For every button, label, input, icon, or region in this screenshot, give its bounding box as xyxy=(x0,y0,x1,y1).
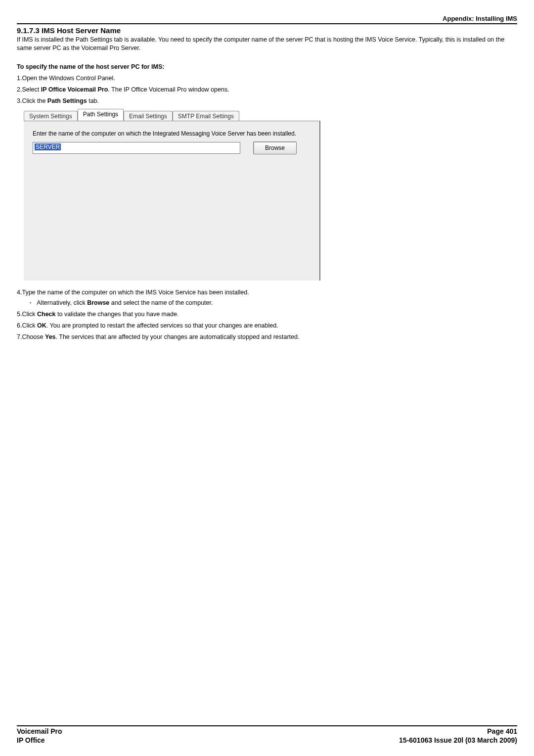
step-number: 5. xyxy=(17,311,22,318)
step-strong: IP Office Voicemail Pro xyxy=(41,86,108,93)
server-name-input[interactable]: SERVER xyxy=(33,142,240,154)
footer-rule xyxy=(17,725,517,726)
procedure-steps: 1.Open the Windows Control Panel. 2.Sele… xyxy=(17,74,517,105)
step-text: Click xyxy=(22,311,37,318)
step-text: to validate the changes that you have ma… xyxy=(56,311,179,318)
tab-label: Path Settings xyxy=(83,111,118,118)
tab-label: System Settings xyxy=(29,113,72,120)
step-number: 7. xyxy=(17,333,22,340)
step-6: 6.Click OK. You are prompted to restart … xyxy=(17,322,517,330)
browse-button-label: Browse xyxy=(265,144,285,151)
step-1: 1.Open the Windows Control Panel. xyxy=(17,74,517,83)
footer-product: Voicemail Pro xyxy=(17,727,62,735)
tab-system-settings[interactable]: System Settings xyxy=(24,111,78,122)
page-footer: Voicemail Pro Page 401 IP Office 15-6010… xyxy=(17,725,517,744)
step-2: 2.Select IP Office Voicemail Pro. The IP… xyxy=(17,86,517,94)
step-4-subbullet: Alternatively, click Browse and select t… xyxy=(30,299,517,307)
footer-issue: 15-601063 Issue 20l (03 March 2009) xyxy=(399,736,517,744)
tab-label: SMTP Email Settings xyxy=(178,113,234,120)
footer-row-1: Voicemail Pro Page 401 xyxy=(17,727,517,735)
step-number: 2. xyxy=(17,86,22,93)
dialog-screenshot: System Settings Path Settings Email Sett… xyxy=(24,108,517,281)
footer-page: Page 401 xyxy=(487,727,517,735)
step-text: . The IP Office Voicemail Pro window ope… xyxy=(108,86,229,93)
panel-description: Enter the name of the computer on which … xyxy=(33,130,311,138)
tab-email-settings[interactable]: Email Settings xyxy=(124,111,173,122)
appendix-label: Appendix: Installing IMS xyxy=(17,15,517,23)
step-text: tab. xyxy=(87,97,99,104)
step-text: Click xyxy=(22,322,37,329)
step-text: Open the Windows Control Panel. xyxy=(22,75,115,82)
header-rule xyxy=(17,23,517,24)
step-text: Type the name of the computer on which t… xyxy=(22,289,249,296)
page-header: Appendix: Installing IMS xyxy=(17,15,517,24)
step-text: Select xyxy=(22,86,41,93)
section-title-text: IMS Host Server Name xyxy=(42,26,121,35)
procedure-subhead: To specify the name of the host server P… xyxy=(17,63,517,70)
document-page: Appendix: Installing IMS 9.1.7.3 IMS Hos… xyxy=(0,0,534,756)
tab-label: Email Settings xyxy=(129,113,167,120)
section-number: 9.1.7.3 xyxy=(17,26,40,35)
section-heading: 9.1.7.3 IMS Host Server Name xyxy=(17,26,517,35)
step-4: 4.Type the name of the computer on which… xyxy=(17,288,517,307)
server-name-value: SERVER xyxy=(35,143,61,150)
section-intro: If IMS is installed the Path Settings ta… xyxy=(17,36,517,52)
step-strong: Path Settings xyxy=(47,97,87,104)
step-text: . You are prompted to restart the affect… xyxy=(46,322,278,329)
step-number: 6. xyxy=(17,322,22,329)
step-text: Click the xyxy=(22,97,47,104)
tab-strip: System Settings Path Settings Email Sett… xyxy=(24,108,517,121)
step-text: and select the name of the computer. xyxy=(109,299,213,306)
step-7: 7.Choose Yes. The services that are affe… xyxy=(17,333,517,341)
step-3: 3.Click the Path Settings tab. xyxy=(17,97,517,105)
step-text: . The services that are affected by your… xyxy=(56,333,300,340)
step-strong: Browse xyxy=(87,299,109,306)
tab-smtp-email-settings[interactable]: SMTP Email Settings xyxy=(173,111,239,122)
step-text: Choose xyxy=(22,333,45,340)
tab-path-settings[interactable]: Path Settings xyxy=(78,109,124,121)
browse-button[interactable]: Browse xyxy=(253,142,297,154)
footer-product-sub: IP Office xyxy=(17,736,45,744)
dialog-panel: Enter the name of the computer on which … xyxy=(24,121,320,281)
procedure-steps-continued: 4.Type the name of the computer on which… xyxy=(17,288,517,341)
footer-row-2: IP Office 15-601063 Issue 20l (03 March … xyxy=(17,736,517,744)
server-input-row: SERVER Browse xyxy=(33,142,311,154)
step-5: 5.Click Check to validate the changes th… xyxy=(17,310,517,319)
step-strong: Yes xyxy=(45,333,56,340)
step-number: 1. xyxy=(17,75,22,82)
step-number: 3. xyxy=(17,97,22,104)
step-strong: OK xyxy=(37,322,46,329)
step-text: Alternatively, click xyxy=(37,299,87,306)
step-strong: Check xyxy=(37,311,56,318)
step-number: 4. xyxy=(17,289,22,296)
